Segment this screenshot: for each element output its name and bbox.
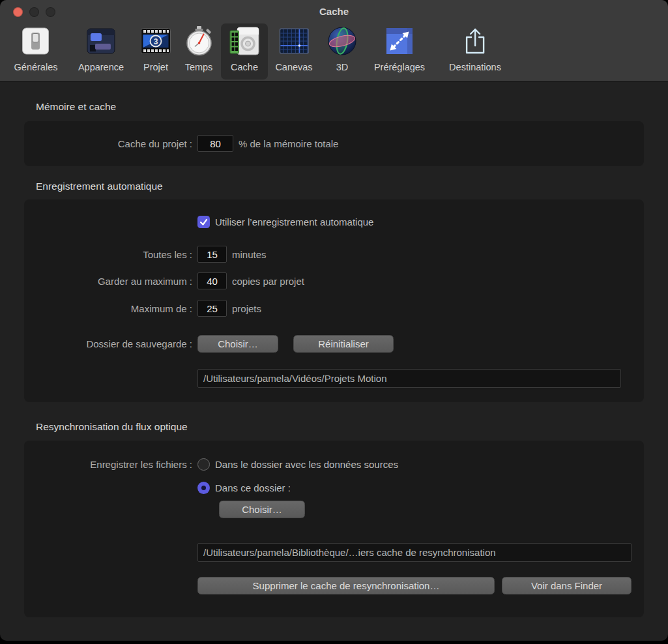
toolbar-label: 3D	[336, 59, 349, 76]
toolbar-item-apparence[interactable]: Apparence	[70, 23, 132, 80]
save-files-source-row: Enregistrer les fichiers : Dans le dossi…	[24, 455, 398, 473]
optical-flow-section-heading: Resynchronisation du flux optique	[36, 421, 188, 433]
keep-copies-suffix: copies par projet	[232, 276, 304, 287]
choose-backup-folder-button[interactable]: Choisir…	[197, 335, 278, 353]
toolbar-item-prereglages[interactable]: Préréglages	[366, 23, 433, 80]
resize-arrow-icon	[386, 23, 413, 59]
toolbar-item-projet[interactable]: 3 Projet	[133, 23, 179, 80]
window-header: Cache Générales	[0, 0, 668, 81]
stopwatch-icon	[184, 23, 213, 59]
max-projects-input[interactable]	[197, 300, 227, 317]
radio-folder-label: Dans ce dossier :	[215, 482, 291, 493]
toolbar-item-cache[interactable]: Cache	[221, 23, 268, 80]
3d-sphere-icon	[327, 23, 357, 59]
toolbar-item-3d[interactable]: 3D	[319, 23, 365, 80]
share-icon	[462, 23, 488, 59]
project-cache-suffix: % de la mémoire totale	[239, 138, 338, 149]
autosave-panel: Utiliser l’enregistrement automatique To…	[24, 199, 644, 402]
optical-flow-panel: Enregistrer les fichiers : Dans le dossi…	[24, 441, 644, 617]
toolbar-item-generales[interactable]: Générales	[7, 23, 66, 80]
toolbar-label: Cache	[231, 59, 258, 76]
reveal-in-finder-button[interactable]: Voir dans Finder	[502, 577, 632, 594]
max-projects-label: Maximum de :	[24, 303, 192, 314]
cache-actions-row: Supprimer le cache de resynchronisation……	[197, 576, 632, 594]
use-autosave-checkbox[interactable]	[197, 216, 210, 228]
ram-harddrive-icon	[229, 23, 260, 59]
backup-folder-path-field[interactable]	[197, 369, 621, 388]
filmstrip-icon: 3	[141, 23, 171, 59]
use-autosave-row: Utiliser l’enregistrement automatique	[197, 212, 373, 231]
toolbar-label: Générales	[14, 59, 58, 76]
autosave-section-heading: Enregistrement automatique	[36, 181, 163, 192]
toolbar-label: Destinations	[449, 59, 501, 76]
delete-cache-button[interactable]: Supprimer le cache de resynchronisation…	[197, 577, 495, 594]
project-cache-label: Cache du projet :	[24, 138, 192, 149]
canvas-grid-icon	[279, 23, 309, 59]
backup-folder-row: Dossier de sauvegarde : Choisir… Réiniti…	[24, 334, 394, 353]
cache-folder-path-field[interactable]	[197, 543, 632, 562]
keep-copies-row: Garder au maximum : copies par projet	[24, 272, 304, 290]
toolbar-label: Temps	[185, 59, 213, 76]
use-autosave-label: Utiliser l’enregistrement automatique	[215, 216, 373, 227]
keep-copies-label: Garder au maximum :	[24, 276, 192, 287]
toggle-switch-icon	[22, 23, 50, 59]
memory-panel: Cache du projet : % de la mémoire totale	[24, 121, 644, 166]
save-files-label: Enregistrer les fichiers :	[24, 459, 192, 470]
preferences-window: Cache Générales	[0, 0, 668, 641]
save-files-folder-row: Dans ce dossier :	[197, 478, 291, 497]
toolbar-label: Apparence	[78, 59, 124, 76]
interval-label: Toutes les :	[24, 249, 192, 260]
memory-section-heading: Mémoire et cache	[36, 101, 116, 113]
backup-folder-label: Dossier de sauvegarde :	[24, 338, 192, 349]
project-cache-row: Cache du projet : % de la mémoire totale	[24, 134, 644, 153]
toolbar-item-destinations[interactable]: Destinations	[441, 23, 509, 80]
toolbar-label: Projet	[143, 59, 168, 76]
interval-row: Toutes les : minutes	[24, 245, 267, 263]
interval-input[interactable]	[197, 246, 227, 263]
radio-this-folder[interactable]	[197, 482, 210, 494]
radio-source-label: Dans le dossier avec les données sources	[215, 459, 398, 470]
max-projects-row: Maximum de : projets	[24, 299, 261, 317]
toolbar-label: Canevas	[275, 59, 312, 76]
interval-suffix: minutes	[232, 249, 267, 260]
appearance-window-icon	[87, 23, 115, 59]
radio-source-folder[interactable]	[197, 458, 210, 471]
keep-copies-input[interactable]	[197, 272, 227, 289]
reset-backup-folder-button[interactable]: Réinitialiser	[293, 335, 394, 353]
toolbar-label: Préréglages	[374, 59, 425, 76]
max-projects-suffix: projets	[232, 303, 261, 314]
choose-cache-folder-button[interactable]: Choisir…	[219, 501, 305, 518]
toolbar-item-temps[interactable]: Temps	[177, 23, 221, 80]
radio-dot	[201, 486, 206, 490]
project-cache-input[interactable]	[197, 135, 233, 152]
svg-text:3: 3	[154, 37, 158, 46]
window-title: Cache	[0, 6, 668, 17]
toolbar-item-canevas[interactable]: Canevas	[267, 23, 320, 80]
